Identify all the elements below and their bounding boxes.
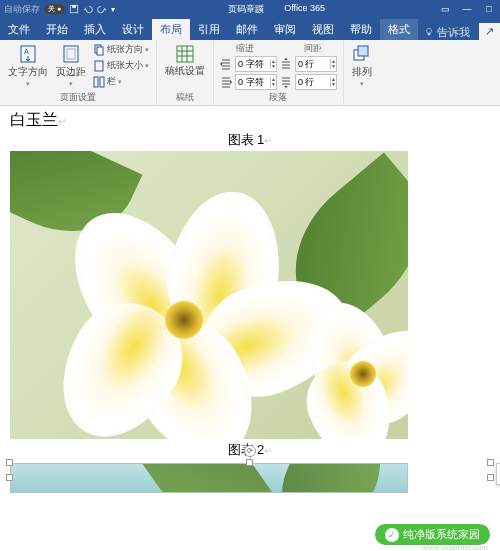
- svg-text:A: A: [24, 48, 29, 55]
- ribbon-tabs: 文件 开始 插入 设计 布局 引用 邮件 审阅 视图 帮助 格式 告诉我 ↗: [0, 18, 500, 40]
- gaozhi-icon: [175, 44, 195, 64]
- indent-header: 缩进: [236, 42, 254, 55]
- svg-point-2: [427, 28, 432, 33]
- share-icon: ↗: [485, 25, 494, 37]
- group-label-paragraph: 段落: [220, 91, 337, 105]
- layout-options-button[interactable]: [496, 463, 500, 485]
- space-before-input[interactable]: [296, 59, 330, 69]
- tab-help[interactable]: 帮助: [342, 19, 380, 40]
- indent-left-icon: [220, 58, 232, 70]
- tab-view[interactable]: 视图: [304, 19, 342, 40]
- caption-1[interactable]: 图表 1↵: [10, 131, 490, 149]
- tell-me-search[interactable]: 告诉我: [424, 25, 470, 40]
- indent-left-spinner[interactable]: ▲▼: [235, 56, 277, 72]
- columns-button[interactable]: 栏▾: [92, 74, 150, 89]
- group-label-gaozhi: 稿纸: [163, 91, 207, 105]
- orientation-button[interactable]: 纸张方向▾: [92, 42, 150, 57]
- maximize-icon[interactable]: □: [482, 4, 496, 14]
- svg-rect-7: [67, 49, 75, 59]
- document-title: 页码章踬: [228, 3, 264, 16]
- indent-right-icon: [220, 76, 232, 88]
- arrange-button[interactable]: 排列 ▾: [350, 42, 374, 90]
- group-gaozhi: 稿纸设置 稿纸: [157, 40, 214, 105]
- suite-label: Office 365: [284, 3, 325, 16]
- group-arrange: 排列 ▾: [344, 40, 380, 105]
- arrange-icon: [352, 44, 372, 64]
- tab-design[interactable]: 设计: [114, 19, 152, 40]
- redo-icon[interactable]: [97, 4, 107, 14]
- document-canvas[interactable]: 白玉兰↵ 图表 1↵ 图表 2↵ ⟳: [0, 106, 500, 551]
- tab-file[interactable]: 文件: [0, 19, 38, 40]
- margins-icon: [61, 44, 81, 64]
- minimize-icon[interactable]: —: [460, 4, 474, 14]
- undo-icon[interactable]: [83, 4, 93, 14]
- indent-right-input[interactable]: [236, 77, 270, 87]
- indent-left-input[interactable]: [236, 59, 270, 69]
- autosave-toggle[interactable]: 关 ●: [44, 4, 65, 14]
- tab-insert[interactable]: 插入: [76, 19, 114, 40]
- svg-rect-6: [64, 46, 78, 62]
- page-size-icon: [93, 60, 105, 72]
- svg-rect-11: [94, 77, 98, 87]
- tab-mailings[interactable]: 邮件: [228, 19, 266, 40]
- image-1[interactable]: [10, 151, 408, 439]
- svg-rect-9: [97, 47, 103, 55]
- resize-handle-n[interactable]: [246, 459, 253, 466]
- gaozhi-settings-button[interactable]: 稿纸设置: [163, 42, 207, 78]
- spacing-header: 间距: [304, 42, 322, 55]
- resize-handle-ne[interactable]: [487, 459, 494, 466]
- share-button[interactable]: ↗: [479, 23, 500, 40]
- columns-icon: [93, 76, 105, 88]
- tab-format[interactable]: 格式: [380, 19, 418, 40]
- chevron-down-icon: ▾: [69, 80, 73, 88]
- lightbulb-icon: [424, 27, 434, 39]
- save-icon[interactable]: [69, 4, 79, 14]
- svg-rect-12: [100, 77, 104, 87]
- paragraph-mark-icon: ↵: [58, 116, 66, 127]
- rotate-icon: ⟳: [244, 445, 256, 457]
- svg-rect-3: [428, 33, 431, 35]
- chevron-down-icon: ▾: [360, 80, 364, 88]
- tab-references[interactable]: 引用: [190, 19, 228, 40]
- svg-rect-10: [95, 61, 103, 71]
- text-direction-icon: A: [18, 44, 38, 64]
- image-2[interactable]: [10, 463, 408, 493]
- svg-rect-1: [72, 5, 76, 8]
- text-direction-button[interactable]: A 文字方向 ▾: [6, 42, 50, 90]
- tab-review[interactable]: 审阅: [266, 19, 304, 40]
- size-button[interactable]: 纸张大小▾: [92, 58, 150, 73]
- orientation-icon: [93, 44, 105, 56]
- ribbon: A 文字方向 ▾ 页边距 ▾ 纸张方向▾ 纸张大小▾: [0, 40, 500, 106]
- space-after-spinner[interactable]: ▲▼: [295, 74, 337, 90]
- chevron-down-icon: ▾: [26, 80, 30, 88]
- group-page-setup: A 文字方向 ▾ 页边距 ▾ 纸张方向▾ 纸张大小▾: [0, 40, 157, 105]
- margins-button[interactable]: 页边距 ▾: [54, 42, 88, 90]
- group-label-page-setup: 页面设置: [6, 91, 150, 105]
- space-before-icon: [280, 58, 292, 70]
- image-2-selection[interactable]: ⟳: [10, 463, 490, 493]
- heading-text[interactable]: 白玉兰↵: [10, 110, 490, 131]
- svg-rect-19: [358, 46, 368, 56]
- resize-handle-nw[interactable]: [6, 459, 13, 466]
- group-paragraph: 缩进 间距 ▲▼ ▲▼ ▲▼ ▲▼ 段落: [214, 40, 344, 105]
- ribbon-options-icon[interactable]: ▭: [438, 4, 452, 14]
- resize-handle-e[interactable]: [487, 474, 494, 481]
- tab-home[interactable]: 开始: [38, 19, 76, 40]
- space-after-input[interactable]: [296, 77, 330, 87]
- autosave-label: 自动保存: [4, 3, 40, 16]
- indent-right-spinner[interactable]: ▲▼: [235, 74, 277, 90]
- svg-rect-13: [177, 46, 193, 62]
- space-after-icon: [280, 76, 292, 88]
- tab-layout[interactable]: 布局: [152, 19, 190, 40]
- resize-handle-w[interactable]: [6, 474, 13, 481]
- space-before-spinner[interactable]: ▲▼: [295, 56, 337, 72]
- title-bar: 自动保存 关 ● ▾ 页码章踬 Office 365 ▭ — □: [0, 0, 500, 18]
